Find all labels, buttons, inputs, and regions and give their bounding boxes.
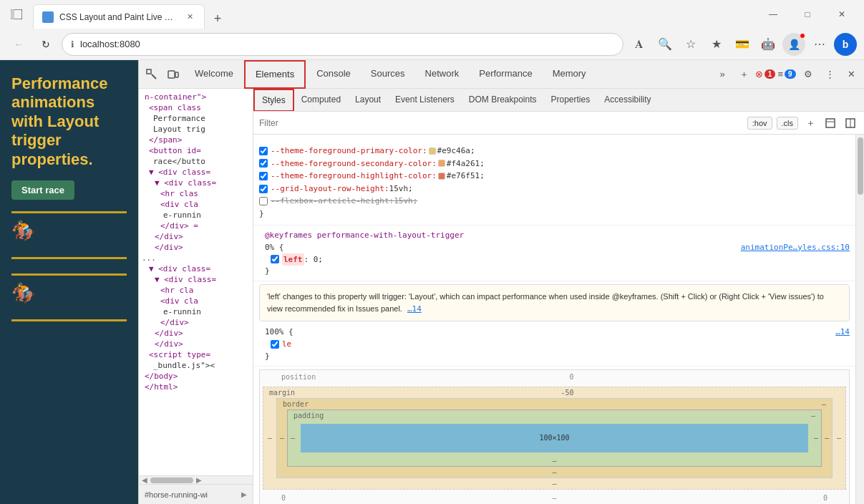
color-swatch[interactable] (438, 173, 445, 180)
toggle-sidebar-icon[interactable] (843, 115, 858, 131)
browser-tab-active[interactable]: CSS Layout and Paint Live Demo ✕ (33, 4, 205, 29)
html-line[interactable]: </div> (139, 339, 253, 349)
html-line[interactable]: </div> = (139, 220, 253, 231)
subtab-event-listeners[interactable]: Event Listeners (388, 89, 462, 112)
html-line[interactable]: </html> (139, 382, 253, 392)
html-line[interactable]: race</butto (139, 156, 253, 167)
new-tab-button[interactable]: + (208, 9, 228, 29)
html-line[interactable]: <div cla (139, 199, 253, 210)
horizontal-scrollbar-thumb[interactable] (150, 478, 193, 483)
color-swatch[interactable] (438, 160, 445, 167)
css-prop-checkbox[interactable] (259, 147, 268, 155)
html-line[interactable]: <script type= (139, 349, 253, 360)
subtab-computed[interactable]: Computed (294, 89, 348, 112)
tab-performance[interactable]: Performance (469, 60, 542, 89)
warning-link[interactable]: …14 (407, 304, 422, 314)
html-line[interactable]: </div> (139, 231, 253, 242)
html-line[interactable]: </div> (139, 328, 253, 339)
subtab-layout[interactable]: Layout (348, 89, 388, 112)
html-line[interactable]: n-container"> (139, 92, 253, 102)
scroll-right-arrow[interactable]: ▶ (196, 476, 202, 484)
html-line[interactable]: <div cla (139, 296, 253, 306)
tab-memory[interactable]: Memory (543, 60, 596, 89)
html-line[interactable]: _bundle.js">< (139, 360, 253, 371)
address-input[interactable] (80, 39, 614, 49)
start-race-button[interactable]: Start race (11, 180, 74, 200)
html-line[interactable]: </div> (139, 242, 253, 253)
html-line[interactable]: <hr cla (139, 285, 253, 296)
html-line[interactable]: <button id= (139, 145, 253, 156)
profile-button[interactable]: 👤 (782, 33, 805, 56)
add-style-rule-button[interactable]: ＋ (802, 115, 818, 131)
html-line[interactable]: Performance (139, 113, 253, 124)
more-tabs-button[interactable]: » (712, 64, 732, 84)
collections-icon[interactable]: ★ (705, 33, 728, 56)
back-button[interactable]: ← (7, 33, 30, 56)
tab-network[interactable]: Network (415, 60, 470, 89)
left-prop-checkbox[interactable] (271, 255, 279, 263)
keyframe-100-link[interactable]: …14 (835, 327, 850, 336)
html-line[interactable]: <hr clas (139, 188, 253, 199)
customize-devtools-icon[interactable]: ⋮ (820, 64, 840, 84)
reload-button[interactable]: ↻ (34, 33, 57, 56)
css-prop-checkbox[interactable] (259, 172, 268, 180)
wallet-icon[interactable]: 💳 (731, 33, 754, 56)
html-line[interactable]: ▼ <div class= (139, 263, 253, 274)
favorites-icon[interactable]: ☆ (679, 33, 702, 56)
html-line[interactable]: ▼ <div class= (139, 167, 253, 178)
html-line[interactable]: Layout trig (139, 124, 253, 135)
scroll-left-arrow[interactable]: ◀ (142, 476, 147, 484)
tab-sources[interactable]: Sources (361, 60, 415, 89)
html-line[interactable]: <span class (139, 102, 253, 113)
html-line[interactable]: e-runnin (139, 210, 253, 220)
add-panel-button[interactable]: ＋ (734, 64, 754, 84)
bing-button[interactable]: b (834, 33, 857, 56)
cls-filter-button[interactable]: .cls (777, 117, 799, 130)
color-swatch[interactable] (429, 147, 436, 155)
tab-welcome[interactable]: Welcome (185, 60, 243, 89)
html-line[interactable]: e-runnin (139, 306, 253, 317)
subtab-dom-breakpoints[interactable]: DOM Breakpoints (462, 89, 544, 112)
tab-close-button[interactable]: ✕ (184, 11, 195, 23)
keyframe-source-link[interactable]: animationPe…yles.css:10 (741, 243, 850, 252)
close-devtools-button[interactable]: ✕ (841, 64, 861, 84)
html-line[interactable]: </div> (139, 317, 253, 328)
read-aloud-icon[interactable]: 𝐀 (628, 33, 651, 56)
styles-scrollbar[interactable] (855, 135, 864, 504)
element-style-icon[interactable] (822, 115, 838, 131)
close-button[interactable]: ✕ (825, 3, 858, 26)
address-input-wrap[interactable]: ℹ (62, 33, 623, 56)
scrollbar-track[interactable] (856, 135, 864, 504)
sidebar-toggle-button[interactable] (6, 4, 27, 25)
filter-input[interactable] (259, 118, 742, 128)
info-icon[interactable]: ℹ (71, 39, 74, 49)
css-prop-checkbox[interactable] (259, 197, 268, 205)
html-line[interactable]: </body> (139, 371, 253, 382)
settings-icon[interactable]: ⚙ (798, 64, 818, 84)
tab-console[interactable]: Console (306, 60, 361, 89)
hov-filter-button[interactable]: :hov (747, 117, 772, 130)
subtab-styles[interactable]: Styles (253, 89, 294, 112)
html-line[interactable]: ▼ <div class= (139, 178, 253, 188)
errors-count[interactable]: 1 (765, 69, 776, 79)
subtab-accessibility[interactable]: Accessibility (597, 89, 658, 112)
html-scrollbar-horizontal[interactable]: ◀ ▶ (139, 475, 253, 484)
warnings-count[interactable]: 9 (785, 69, 796, 79)
breadcrumb-arrow-right[interactable]: ▶ (241, 490, 247, 498)
tab-elements[interactable]: Elements (244, 60, 306, 89)
subtab-properties[interactable]: Properties (544, 89, 598, 112)
html-line[interactable]: </span> (139, 135, 253, 145)
copilot-icon[interactable]: 🤖 (757, 33, 780, 56)
more-options-icon[interactable]: ⋯ (808, 33, 831, 56)
html-line[interactable]: ▼ <div class= (139, 274, 253, 285)
left-100-checkbox[interactable] (271, 340, 279, 349)
search-icon[interactable]: 🔍 (654, 33, 676, 56)
css-prop-checkbox[interactable] (259, 185, 268, 193)
maximize-button[interactable]: □ (791, 3, 824, 26)
scrollbar-thumb[interactable] (858, 137, 863, 195)
minimize-button[interactable]: — (757, 3, 790, 26)
device-toolbar-icon[interactable] (163, 64, 183, 84)
inspect-element-icon[interactable] (142, 64, 162, 84)
css-prop-checkbox[interactable] (259, 159, 268, 168)
html-line[interactable]: ... (139, 253, 253, 263)
